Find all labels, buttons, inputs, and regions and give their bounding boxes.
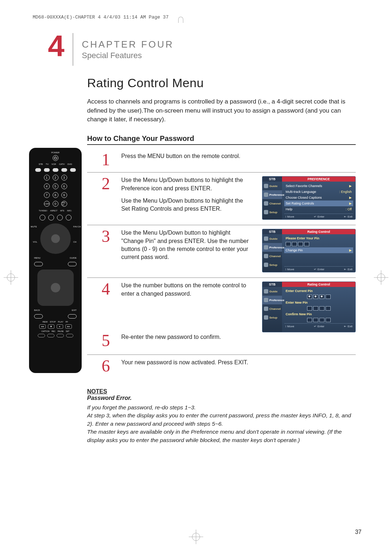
notes-block: NOTES Password Error. If you forget the …: [29, 388, 363, 444]
step-text: Use the Menu Up/Down buttons to highligh…: [121, 176, 253, 193]
step-number: 4: [102, 281, 115, 332]
osd-rating-control-enter-pin: STB Guide Preference Channel Setup Ratin…: [262, 229, 356, 272]
registration-mark-icon: [189, 530, 203, 544]
notes-label: NOTES: [87, 388, 356, 395]
intro-paragraph: Access to channels and programs is contr…: [87, 97, 356, 124]
registration-mark-icon: [4, 270, 18, 285]
step-text: Re-enter the new password to confirm.: [121, 333, 253, 341]
step-text: Use the number buttons on the remote con…: [121, 281, 253, 298]
step-1: 1 Press the MENU button on the remote co…: [87, 149, 356, 173]
step-3: 3 Use the Menu Up/Down button to highlig…: [87, 225, 356, 278]
step-number: 5: [102, 333, 115, 349]
registration-mark-icon: [374, 270, 388, 285]
step-text: Use the Menu Up/Down buttons to highligh…: [121, 197, 253, 213]
notes-body: If you forget the password, re-do steps …: [87, 404, 356, 444]
print-header: MD68-00XXXA(E)-CHAPTER 4 4/4/03 11:14 AM…: [29, 15, 363, 20]
step-4: 4 Use the number buttons on the remote c…: [87, 278, 356, 333]
page-number: 37: [355, 529, 362, 535]
subsection-title: How to Change Your Password: [87, 134, 356, 145]
step-text: Press the MENU button on the remote cont…: [121, 152, 352, 160]
step-number: 6: [102, 358, 115, 373]
chapter-banner: 4 CHAPTER FOUR Special Features: [29, 33, 363, 66]
step-text: Use the Menu Up/Down button to highlight…: [121, 229, 253, 262]
step-number: 3: [102, 229, 115, 272]
power-icon: ⏻: [53, 155, 58, 161]
step-5: 5 Re-enter the new password to confirm.: [87, 333, 356, 355]
step-2: 2 Use the Menu Up/Down buttons to highli…: [87, 173, 356, 225]
chapter-label: CHAPTER FOUR: [82, 39, 174, 50]
chapter-number: 4: [29, 33, 73, 66]
step-number: 2: [102, 176, 115, 220]
dpad-icon: MUTE FAV.CH VOL CH: [40, 223, 71, 254]
step-text: Your new password is now activated. Pres…: [121, 358, 352, 366]
osd-preference-screenshot: STB Guide Preference Channel Setup PREFE…: [262, 176, 356, 220]
section-title: Rating Control Menu: [87, 76, 356, 90]
step-number: 1: [102, 152, 115, 167]
nav-pad-icon: [37, 270, 74, 306]
step-6: 6 Your new password is now activated. Pr…: [87, 355, 356, 378]
notes-subtitle: Password Error.: [87, 395, 356, 401]
remote-control-illustration: POWER ⏻ STB TV VCR CATV DVD 123 456 789 …: [29, 148, 82, 373]
osd-rating-control-change-pin: STB Guide Preference Channel Setup Ratin…: [262, 281, 356, 332]
chapter-subtitle: Special Features: [82, 51, 174, 60]
